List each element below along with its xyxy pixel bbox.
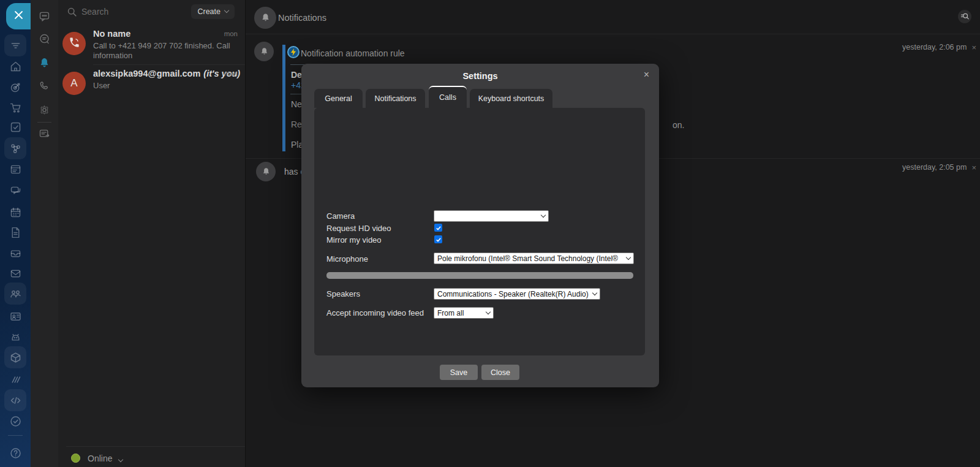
phone-call-icon — [69, 37, 80, 51]
search-in-list-button[interactable] — [958, 10, 971, 23]
speakers-select-value: Communications - Speaker (Realtek(R) Aud… — [437, 290, 589, 298]
phone-icon[interactable] — [37, 79, 51, 93]
calls-settings-panel: Camera Request HD video Mirror my video … — [314, 108, 645, 355]
status-label: Online — [88, 454, 112, 463]
dismiss-notification-button[interactable]: × — [971, 164, 976, 172]
list-divider — [93, 64, 245, 65]
speakers-label: Speakers — [326, 289, 360, 298]
chevron-down-icon — [118, 457, 123, 462]
mirror-video-label: Mirror my video — [326, 235, 382, 245]
tab-keyboard-shortcuts[interactable]: Keyboard shortcuts — [470, 89, 552, 108]
modal-title: Settings — [301, 71, 659, 81]
status-divider — [66, 446, 245, 447]
cube-icon[interactable] — [8, 350, 23, 365]
help-icon[interactable] — [8, 446, 23, 460]
list-export-icon[interactable] — [37, 127, 51, 141]
chevron-down-icon — [541, 213, 546, 218]
tab-label: Calls — [439, 93, 456, 102]
search-filter-icon — [960, 12, 969, 21]
tab-general[interactable]: General — [314, 89, 363, 108]
notification-title: Notification automation rule — [301, 48, 405, 58]
check-icon — [435, 225, 442, 231]
drawer-icon[interactable] — [8, 246, 23, 260]
notification-time-row: yesterday, 2:06 pm × — [902, 43, 976, 51]
sign-icon[interactable] — [8, 372, 23, 387]
app-screen: Create No name mon Call to +421 949 207 … — [0, 0, 980, 467]
avatar — [254, 42, 274, 61]
notification-accent-bar — [282, 45, 285, 151]
page-title: Notifications — [278, 13, 326, 23]
chevron-down-icon — [486, 309, 491, 314]
status-selector[interactable]: Online — [58, 451, 245, 467]
notifications-bell-icon[interactable] — [37, 56, 51, 70]
header-divider — [246, 34, 980, 34]
cart-icon[interactable] — [8, 100, 23, 115]
tab-label: General — [325, 94, 352, 103]
tab-calls[interactable]: Calls — [429, 86, 467, 108]
check-icon — [435, 237, 442, 243]
microphone-label: Microphone — [326, 254, 368, 264]
code-icon[interactable] — [8, 393, 23, 408]
dismiss-notification-button[interactable]: × — [971, 44, 976, 51]
notification-timestamp: yesterday, 2:06 pm — [902, 43, 967, 51]
bell-icon — [260, 12, 271, 24]
gear-icon[interactable] — [37, 103, 51, 117]
search-input[interactable] — [81, 4, 192, 19]
messenger-close-tab[interactable] — [6, 3, 31, 29]
network-icon[interactable] — [8, 141, 23, 156]
users-icon[interactable] — [8, 286, 23, 301]
home-icon[interactable] — [8, 59, 23, 74]
save-button[interactable]: Save — [440, 365, 478, 380]
android-icon[interactable] — [8, 330, 23, 344]
speakers-select[interactable]: Communications - Speaker (Realtek(R) Aud… — [434, 288, 600, 300]
tab-label: Keyboard shortcuts — [478, 94, 545, 103]
tasks-icon[interactable] — [8, 120, 23, 134]
avatar — [62, 32, 86, 55]
create-button[interactable]: Create — [191, 4, 235, 19]
mic-level-meter — [326, 272, 633, 279]
tab-notifications[interactable]: Notifications — [366, 89, 425, 108]
camera-label: Camera — [326, 211, 355, 221]
news-icon[interactable] — [8, 162, 23, 177]
microphone-select-value: Pole mikrofonu (Intel® Smart Sound Techn… — [437, 254, 618, 263]
modal-close-button[interactable]: × — [644, 69, 649, 80]
messenger-sidebar — [31, 0, 58, 467]
incoming-video-select[interactable]: From all — [434, 307, 494, 319]
filter-icon[interactable] — [8, 38, 23, 53]
camera-select[interactable] — [434, 210, 549, 222]
calendar-icon[interactable] — [8, 205, 23, 219]
chevron-down-icon — [626, 255, 631, 260]
rail-divider — [8, 435, 23, 436]
list-item-time: mon — [224, 70, 238, 77]
automation-rule-icon — [287, 46, 300, 58]
settings-modal: Settings × General Notifications Calls K… — [301, 64, 659, 387]
chat-icon[interactable] — [8, 183, 23, 198]
request-hd-checkbox[interactable] — [434, 224, 442, 232]
bell-icon — [261, 167, 271, 177]
avatar-letter: A — [70, 77, 77, 89]
channel-icon[interactable] — [37, 32, 51, 46]
document-icon[interactable] — [8, 225, 23, 240]
list-item-title-text: alexsipka994@gmail.com — [93, 69, 200, 78]
list-item-subtitle: User — [93, 81, 233, 91]
mirror-video-checkbox[interactable] — [434, 235, 442, 243]
search-icon — [67, 7, 77, 17]
bell-icon — [259, 47, 270, 57]
incoming-video-label: Accept incoming video feed — [326, 308, 424, 317]
avatar — [256, 162, 276, 181]
check-circle-icon[interactable] — [8, 414, 23, 428]
chat-bubble-icon[interactable] — [37, 9, 51, 23]
list-item-subtitle: Call to +421 949 207 702 finished. Call … — [93, 41, 233, 61]
contact-card-icon[interactable] — [8, 309, 23, 324]
chevron-down-icon — [224, 8, 229, 13]
mail-icon[interactable] — [8, 266, 23, 281]
notification-timestamp: yesterday, 2:05 pm — [902, 163, 967, 172]
tab-label: Notifications — [374, 94, 416, 103]
close-button[interactable]: Close — [481, 365, 519, 380]
recent-panel: Create No name mon Call to +421 949 207 … — [58, 0, 245, 467]
close-icon — [14, 10, 23, 22]
list-item-title: No name — [93, 29, 130, 39]
target-icon[interactable] — [8, 80, 23, 94]
microphone-select[interactable]: Pole mikrofonu (Intel® Smart Sound Techn… — [434, 252, 634, 264]
avatar: A — [62, 72, 86, 95]
